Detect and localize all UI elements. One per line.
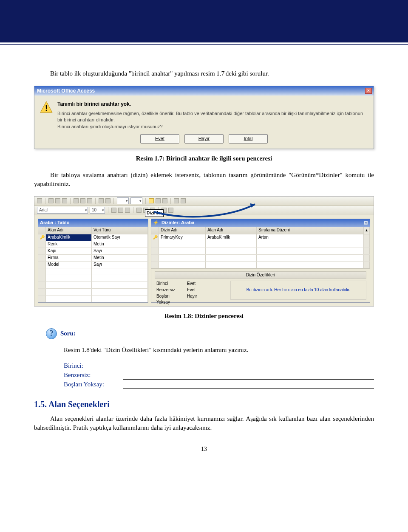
section-1-5-para: Alan seçenekleri alanlar üzerinde daha f…: [34, 414, 374, 432]
figure-1-8: Arial 10 Dizinler: [34, 196, 374, 321]
table-row[interactable]: Model Sayı: [38, 262, 148, 268]
cancel-label: İptal: [244, 136, 253, 141]
cut-icon[interactable]: [74, 198, 79, 203]
yes-button[interactable]: Evet: [140, 134, 179, 144]
col-alan-adi: Alan Adı: [46, 227, 92, 234]
pane-header-right: ⚡ Dizinler: Araba ×: [151, 219, 370, 227]
close-icon[interactable]: ×: [365, 88, 372, 94]
save-icon[interactable]: [48, 198, 54, 203]
col-dizin-adi: Dizin Adı: [159, 227, 206, 234]
left-grid-header: Alan Adı Veri Türü: [38, 227, 148, 234]
table-row[interactable]: [151, 255, 370, 262]
col-siralama: Sıralama Düzeni: [257, 227, 364, 234]
prop-val: Evet: [185, 281, 227, 287]
italic-icon[interactable]: [118, 208, 123, 213]
warning-icon: !: [40, 101, 53, 130]
access-screenshot: Arial 10 Dizinler: [34, 196, 374, 307]
table-design-pane: Araba : Tablo Alan Adı Veri Türü 🔑 Araba…: [38, 219, 148, 303]
table-row[interactable]: [151, 241, 370, 248]
page-number: 13: [34, 445, 374, 453]
misc-icon[interactable]: [105, 198, 110, 203]
dialog-titlebar: Microsoft Office Access ×: [34, 86, 374, 96]
header-banner: [0, 0, 408, 42]
cell: Renk: [46, 241, 92, 248]
copy-icon[interactable]: [80, 198, 85, 203]
no-button[interactable]: Hayır: [184, 134, 224, 144]
table-row[interactable]: Renk Metin: [38, 241, 148, 248]
relations-icon[interactable]: [162, 198, 167, 203]
help-icon[interactable]: [181, 198, 186, 203]
prop-val: Evet: [185, 287, 227, 293]
form-label-benzersiz: Benzersiz:: [64, 371, 119, 380]
cell: Firma: [46, 255, 92, 261]
soru-label: Soru:: [60, 329, 76, 338]
cell: Artan: [257, 234, 364, 241]
question-icon: ?: [46, 328, 57, 339]
cancel-button[interactable]: İptal: [229, 134, 268, 144]
table-row[interactable]: [38, 289, 148, 296]
font-size-select[interactable]: 10: [90, 207, 105, 214]
table-row[interactable]: [151, 262, 370, 268]
yes-label: Evet: [155, 136, 164, 141]
soru-text: Resim 1.8'deki "Dizin Özellikleri" kısmı…: [64, 346, 374, 355]
table-row[interactable]: [151, 248, 370, 255]
no-label: Hayır: [198, 136, 210, 141]
pane-header-left: Araba : Tablo: [38, 219, 148, 227]
underline-icon[interactable]: [125, 208, 130, 213]
cell: Model: [46, 262, 92, 268]
toolbar-row-2: Arial 10: [34, 206, 374, 215]
figure-1-7: Microsoft Office Access × ! Tanımlı bir …: [34, 86, 374, 163]
dialog-body-text: Birinci anahtar gerekmemesine rağmen, öz…: [57, 110, 368, 130]
indexes-pane: ⚡ Dizinler: Araba × Dizin Adı Alan Adı S…: [151, 219, 370, 303]
blank-line[interactable]: [123, 363, 374, 370]
bold-icon[interactable]: [111, 208, 116, 213]
props-title: Dizin Özellikleri: [155, 271, 366, 279]
table-row[interactable]: [38, 268, 148, 275]
table-row[interactable]: [38, 282, 148, 289]
table-row[interactable]: 🔑 ArabaKimlik Otomatik Sayı: [38, 234, 148, 241]
answer-form: Birinci: Benzersiz: Boşları Yoksay:: [64, 361, 374, 389]
font-size: 10: [92, 207, 96, 213]
c1[interactable]: [117, 197, 129, 204]
align-icon[interactable]: [136, 208, 142, 213]
cell: Sayı: [92, 248, 148, 254]
paragraph-2: Bir tabloya sıralama anahtarı (dizin) ek…: [34, 171, 374, 189]
tool-icon[interactable]: [37, 198, 42, 203]
prop-val: Hayır: [185, 293, 227, 305]
misc-icon[interactable]: [99, 198, 104, 203]
undo-icon[interactable]: [62, 198, 67, 203]
primary-key-icon: 🔑: [153, 235, 158, 240]
table-row[interactable]: 🔑 PrimaryKey ArabaKimlik Artan: [151, 234, 370, 241]
indexes-icon[interactable]: [149, 198, 154, 203]
scroll-up-icon[interactable]: ▴: [364, 227, 370, 234]
blank-line[interactable]: [123, 373, 374, 380]
table-row[interactable]: Firma Metin: [38, 255, 148, 262]
font-name-select[interactable]: Arial: [37, 207, 88, 214]
key-icon[interactable]: [156, 198, 161, 203]
blank-line[interactable]: [123, 382, 374, 389]
dialog-title: Microsoft Office Access: [37, 87, 95, 95]
right-pane-title: Dizinler: Araba: [162, 220, 194, 225]
access-dialog: Microsoft Office Access × ! Tanımlı bir …: [34, 86, 374, 149]
col-veri-turu: Veri Türü: [92, 227, 148, 234]
c2[interactable]: [130, 197, 142, 204]
table-row[interactable]: [38, 275, 148, 282]
print-icon[interactable]: [55, 198, 60, 203]
paste-icon[interactable]: [87, 198, 92, 203]
dialog-text: Tanımlı bir birinci anahtar yok. Birinci…: [57, 101, 368, 130]
cell: ArabaKimlik: [46, 234, 92, 241]
cell: Sayı: [92, 262, 148, 268]
close-icon[interactable]: ×: [364, 221, 368, 225]
props-hint: Bu dizinin adı. Her bir dizin en fazla 1…: [230, 281, 366, 300]
cell: Kapı: [46, 248, 92, 254]
caption-1-8: Resim 1.8: Dizinler penceresi: [34, 312, 374, 321]
form-label-birinci: Birinci:: [64, 361, 119, 370]
table-row[interactable]: [38, 296, 148, 302]
table-row[interactable]: Kapı Sayı: [38, 248, 148, 255]
color-icon[interactable]: [168, 208, 173, 213]
primary-key-icon: 🔑: [40, 235, 45, 240]
cell: Metin: [92, 241, 148, 248]
left-grid-rows: 🔑 ArabaKimlik Otomatik Sayı Renk Metin K…: [38, 234, 148, 302]
new-icon[interactable]: [174, 198, 179, 203]
callout-dizinler: Dizinler: [145, 209, 164, 217]
